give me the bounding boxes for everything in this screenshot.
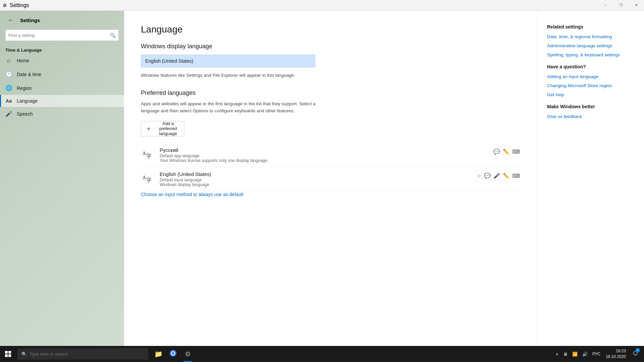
add-language-label: Add a preferred language <box>156 121 180 136</box>
search-icon: 🔍 <box>110 33 116 38</box>
sidebar-item-datetime[interactable]: 🕐 Date & time <box>0 67 124 81</box>
settings-icon: ⚙ <box>3 3 7 8</box>
english-star-icon[interactable]: ☆ <box>477 173 481 179</box>
taskbar-search-icon: 🔍 <box>21 352 27 357</box>
taskbar-apps: 📁 ⚙ <box>151 346 195 362</box>
page-title: Language <box>141 24 520 35</box>
taskbar-search-box[interactable]: 🔍 <box>17 348 148 360</box>
right-panel: Related settings Date, time, & regional … <box>537 11 644 346</box>
russian-handwriting-icon[interactable]: ✏️ <box>503 148 509 155</box>
sidebar-item-speech[interactable]: 🎤 Speech <box>0 107 124 121</box>
russian-lang-sub2: Your Windows license supports only one d… <box>160 158 488 163</box>
speech-icon: 🎤 <box>5 110 12 117</box>
preferred-languages-heading: Preferred languages <box>141 89 520 97</box>
wifi-icon: 📶 <box>572 352 578 357</box>
russian-keyboard-icon[interactable]: ⌨ <box>512 148 520 155</box>
systray-network[interactable]: 🖥 <box>561 351 570 357</box>
related-link-spelling[interactable]: Spelling, typing, & keyboard settings <box>547 52 634 57</box>
russian-lang-info: Русский Default app language Your Window… <box>160 147 488 163</box>
systray-volume[interactable]: 🔊 <box>580 351 590 357</box>
svg-text:字: 字 <box>146 177 152 183</box>
sidebar-item-label: Language <box>17 98 38 104</box>
sidebar-item-label: Date & time <box>17 72 41 77</box>
display-language-heading: Windows display language <box>141 43 520 50</box>
taskbar-app-explorer[interactable]: 📁 <box>151 346 166 362</box>
question-title: Have a question? <box>547 64 634 69</box>
taskbar: 🔍 📁 ⚙ ∧ 🖥 📶 <box>0 346 644 362</box>
preferred-note: Apps and websites will appear in the fir… <box>141 101 335 114</box>
related-link-add-input[interactable]: Adding an input language <box>547 74 634 79</box>
settings-taskbar-icon: ⚙ <box>185 350 191 358</box>
related-settings-title: Related settings <box>547 24 634 29</box>
clock[interactable]: 16:23 18.10.2020 <box>603 348 629 360</box>
home-icon: ⌂ <box>5 57 12 64</box>
language-item-russian: A 字 Русский Default app language Your Wi… <box>141 143 520 167</box>
related-link-get-help[interactable]: Get help <box>547 92 634 97</box>
close-button[interactable]: ✕ <box>629 0 644 11</box>
sidebar-item-home[interactable]: ⌂ Home <box>0 54 124 67</box>
english-lang-sub1: Default input language <box>160 178 471 182</box>
give-feedback-link[interactable]: Give us feedback <box>547 114 634 119</box>
related-link-admin[interactable]: Administrative language settings <box>547 43 634 48</box>
choose-input-link[interactable]: Choose an input method to always use as … <box>141 192 244 197</box>
svg-rect-7 <box>8 354 11 357</box>
systray-network2[interactable]: 📶 <box>570 351 580 357</box>
svg-text:A: A <box>142 175 146 180</box>
russian-lang-icon: A 字 <box>141 148 154 162</box>
sidebar-item-label: Region <box>17 85 32 91</box>
english-speech-icon[interactable]: 💬 <box>484 173 491 179</box>
svg-rect-6 <box>5 354 8 357</box>
language-indicator[interactable]: РУС <box>590 352 602 356</box>
notification-button[interactable]: 🗨 4 <box>629 346 641 362</box>
datetime-icon: 🕐 <box>5 71 12 78</box>
search-box[interactable]: 🔍 <box>5 29 119 41</box>
english-mic-icon[interactable]: 🎤 <box>493 173 500 179</box>
chrome-icon <box>169 350 177 359</box>
clock-time: 16:23 <box>606 348 626 354</box>
sidebar-item-label: Home <box>17 58 29 63</box>
taskbar-app-chrome[interactable] <box>166 346 180 362</box>
russian-speech-icon[interactable]: 💬 <box>493 148 500 155</box>
display-language-value: English (United States) <box>145 58 193 64</box>
language-item-english: A 字 English (United States) Default inpu… <box>141 167 520 191</box>
taskbar-search-input[interactable] <box>30 352 144 357</box>
maximize-button[interactable]: ❐ <box>613 0 629 11</box>
english-keyboard-icon[interactable]: ⌨ <box>512 173 520 179</box>
svg-text:A: A <box>142 150 146 156</box>
add-language-button[interactable]: ＋ Add a preferred language <box>141 121 184 136</box>
make-better-title: Make Windows better <box>547 104 634 109</box>
taskbar-right: ∧ 🖥 📶 🔊 РУС 16:23 18.10.2020 🗨 4 <box>554 346 644 362</box>
volume-icon: 🔊 <box>582 352 588 357</box>
language-icon: Aa <box>5 98 12 104</box>
sidebar: ← Settings 🔍 Time & Language ⌂ Home 🕐 Da… <box>0 11 124 346</box>
titlebar: ⚙ Settings − ❐ ✕ <box>0 0 644 11</box>
english-lang-info: English (United States) Default input la… <box>160 171 471 187</box>
english-handwriting-icon[interactable]: ✏️ <box>503 173 509 179</box>
sidebar-item-label: Speech <box>17 111 33 117</box>
related-link-datetime[interactable]: Date, time, & regional formatting <box>547 34 634 39</box>
network-icon: 🖥 <box>563 352 568 357</box>
russian-lang-actions: 💬 ✏️ ⌨ <box>493 148 520 155</box>
taskbar-app-settings[interactable]: ⚙ <box>180 346 195 362</box>
svg-rect-5 <box>8 351 11 354</box>
svg-point-10 <box>172 352 174 355</box>
clock-date: 18.10.2020 <box>606 354 626 360</box>
related-link-store-region[interactable]: Changing Microsoft Store region <box>547 83 634 88</box>
start-button[interactable] <box>0 346 16 362</box>
minimize-button[interactable]: − <box>598 0 613 11</box>
svg-text:字: 字 <box>146 153 152 159</box>
notification-badge: 4 <box>635 348 640 353</box>
sidebar-item-language[interactable]: Aa Language <box>0 95 124 107</box>
back-button[interactable]: ← <box>5 15 16 25</box>
display-language-note: Windows features like Settings and File … <box>141 72 315 79</box>
sidebar-app-title: Settings <box>20 17 40 23</box>
plus-icon: ＋ <box>145 124 152 133</box>
region-icon: 🌐 <box>5 84 12 92</box>
search-input[interactable] <box>8 33 110 38</box>
english-lang-name: English (United States) <box>160 171 471 177</box>
systray-show-hidden[interactable]: ∧ <box>554 351 560 357</box>
display-language-dropdown[interactable]: English (United States) <box>141 55 315 67</box>
app-body: ← Settings 🔍 Time & Language ⌂ Home 🕐 Da… <box>0 11 644 346</box>
english-lang-icon: A 字 <box>141 172 154 186</box>
sidebar-item-region[interactable]: 🌐 Region <box>0 81 124 95</box>
